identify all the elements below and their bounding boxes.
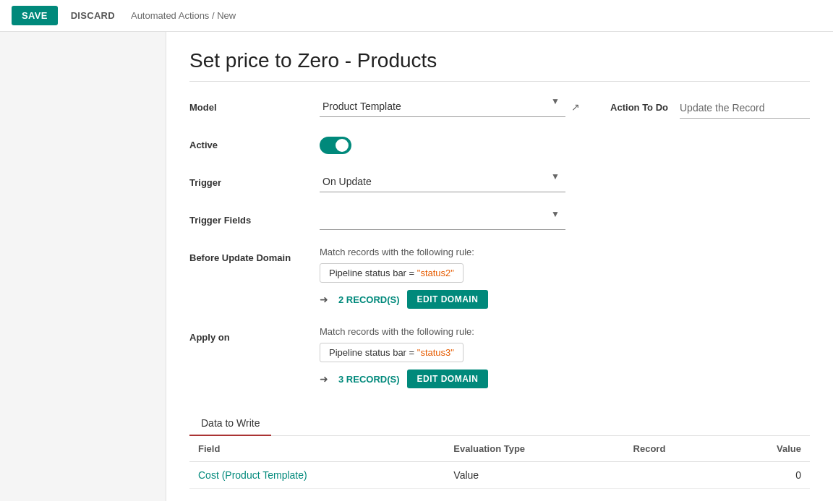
- tabs-section: Data to Write: [189, 411, 810, 436]
- table-header: Field Evaluation Type Record Value: [189, 436, 810, 462]
- action-to-do-label: Action To Do: [610, 96, 668, 113]
- apply-on-arrow-icon: ➜: [320, 373, 328, 385]
- before-update-domain-pill: Pipeline status bar = "status2": [320, 263, 464, 283]
- active-label: Active: [189, 134, 320, 150]
- apply-on-filter-value: "status3": [417, 347, 454, 358]
- sidebar: [0, 32, 166, 501]
- top-bar: SAVE DISCARD Automated Actions / New: [0, 0, 833, 32]
- layout: Set price to Zero - Products Model Produ…: [0, 32, 833, 501]
- action-to-do-value: Update the Record: [680, 96, 810, 119]
- before-update-field: Match records with the following rule: P…: [320, 247, 810, 312]
- trigger-fields-field: ▼: [320, 209, 810, 230]
- model-select-wrapper: Product Template ▼: [320, 96, 565, 117]
- table-body: Cost (Product Template) Value 0: [189, 462, 810, 489]
- model-label: Model: [189, 96, 320, 113]
- toggle-slider: [320, 137, 351, 154]
- trigger-fields-select[interactable]: [320, 209, 565, 230]
- apply-on-field: Match records with the following rule: P…: [320, 326, 810, 391]
- active-toggle[interactable]: [320, 137, 351, 154]
- col-evaluation-type: Evaluation Type: [445, 436, 624, 462]
- trigger-row: Trigger On Update ▼: [189, 171, 810, 197]
- before-update-domain-actions: ➜ 2 RECORD(S) EDIT DOMAIN: [320, 290, 810, 309]
- table-cell-evaluation-type: Value: [445, 462, 624, 489]
- apply-on-domain-actions: ➜ 3 RECORD(S) EDIT DOMAIN: [320, 370, 810, 388]
- apply-on-match-text: Match records with the following rule:: [320, 326, 810, 337]
- before-update-match-text: Match records with the following rule:: [320, 247, 810, 257]
- form-section: Model Product Template ▼ ↗ Action To Do …: [189, 96, 810, 394]
- data-table: Field Evaluation Type Record Value Cost …: [189, 436, 810, 489]
- col-field: Field: [189, 436, 445, 462]
- apply-on-label: Apply on: [189, 326, 320, 343]
- trigger-select[interactable]: On Update: [320, 171, 565, 192]
- before-update-filter-op: =: [409, 268, 417, 278]
- model-field: Product Template ▼ ↗: [320, 96, 587, 117]
- col-record: Record: [625, 436, 725, 462]
- page-title: Set price to Zero - Products: [189, 49, 810, 82]
- before-update-edit-domain-button[interactable]: EDIT DOMAIN: [407, 290, 489, 309]
- external-link-icon[interactable]: ↗: [571, 101, 580, 113]
- apply-on-edit-domain-button[interactable]: EDIT DOMAIN: [407, 370, 489, 388]
- before-update-row: Before Update Domain Match records with …: [189, 247, 810, 315]
- tab-data-to-write[interactable]: Data to Write: [189, 411, 271, 436]
- before-update-arrow-icon: ➜: [320, 294, 328, 305]
- trigger-fields-select-wrapper: ▼: [320, 209, 565, 230]
- table-cell-field: Cost (Product Template): [189, 462, 445, 489]
- model-row: Model Product Template ▼ ↗ Action To Do …: [189, 96, 810, 122]
- trigger-fields-row: Trigger Fields ▼: [189, 209, 810, 235]
- col-value: Value: [725, 436, 810, 462]
- breadcrumb: Automated Actions / New: [131, 10, 236, 21]
- trigger-fields-label: Trigger Fields: [189, 209, 320, 226]
- apply-on-filter-op: =: [409, 347, 417, 358]
- trigger-field: On Update ▼: [320, 171, 810, 192]
- trigger-select-wrapper: On Update ▼: [320, 171, 565, 192]
- discard-button[interactable]: DISCARD: [64, 6, 122, 25]
- table-cell-value: 0: [725, 462, 810, 489]
- apply-on-records-link[interactable]: 3 RECORD(S): [338, 374, 400, 385]
- table-header-row: Field Evaluation Type Record Value: [189, 436, 810, 462]
- model-select[interactable]: Product Template: [320, 96, 565, 117]
- trigger-label: Trigger: [189, 171, 320, 188]
- before-update-records-link[interactable]: 2 RECORD(S): [338, 294, 400, 305]
- table-cell-record: [625, 462, 725, 489]
- table-row: Cost (Product Template) Value 0: [189, 462, 810, 489]
- action-to-do-section: Action To Do Update the Record: [610, 96, 810, 119]
- apply-on-domain-pill: Pipeline status bar = "status3": [320, 343, 464, 362]
- before-update-filter-value: "status2": [417, 268, 454, 278]
- before-update-filter-label: Pipeline status bar: [329, 268, 406, 278]
- apply-on-row: Apply on Match records with the followin…: [189, 326, 810, 394]
- main-content: Set price to Zero - Products Model Produ…: [166, 32, 833, 501]
- active-row: Active: [189, 134, 810, 160]
- save-button[interactable]: SAVE: [12, 6, 58, 25]
- apply-on-filter-label: Pipeline status bar: [329, 347, 406, 358]
- before-update-label: Before Update Domain: [189, 247, 320, 263]
- active-field: [320, 134, 810, 154]
